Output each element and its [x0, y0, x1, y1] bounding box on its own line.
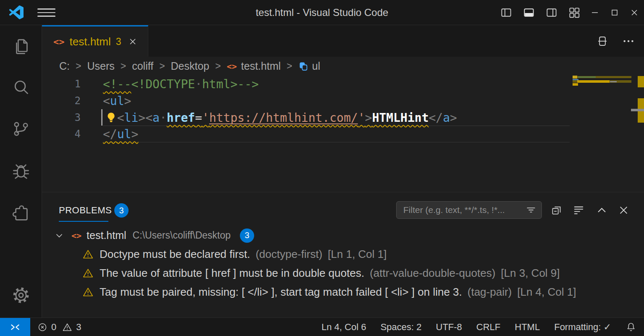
code-token: HTMLHint: [372, 111, 429, 125]
explorer-icon[interactable]: [0, 37, 42, 56]
code-token: ul: [110, 94, 124, 108]
toggle-sidebar-icon[interactable]: [500, 6, 513, 19]
code-line[interactable]: </ul>: [103, 126, 457, 143]
toggle-panel-icon[interactable]: [523, 6, 535, 19]
breadcrumb-item-symbol[interactable]: ul: [298, 60, 320, 72]
filter-icon[interactable]: [526, 205, 536, 215]
tab-label: test.html: [70, 35, 111, 48]
warning-icon: [82, 286, 94, 298]
code-token: <: [117, 111, 124, 125]
warning-icon: [82, 249, 94, 260]
breadcrumb-item[interactable]: C:: [59, 60, 70, 72]
status-eol[interactable]: CRLF: [476, 322, 500, 333]
collapse-all-icon[interactable]: [550, 204, 563, 216]
status-encoding[interactable]: UTF-8: [436, 322, 462, 333]
more-actions-icon[interactable]: [622, 35, 635, 47]
tab-close-icon[interactable]: [128, 37, 137, 46]
maximize-button[interactable]: [605, 0, 624, 25]
code-editor[interactable]: 1234 <!--<!DOCTYPE·html>--><ul> <li><a·h…: [42, 76, 644, 192]
code-token: >: [124, 94, 131, 108]
code-token: ': [358, 111, 365, 125]
problems-file-row[interactable]: <> test.html C:\Users\coliff\Desktop 3: [42, 226, 644, 245]
status-problems[interactable]: 0 3: [37, 322, 81, 333]
code-line[interactable]: <ul>: [103, 93, 457, 110]
tab-problems-badge: 3: [116, 36, 121, 47]
breadcrumb-item[interactable]: Users: [87, 60, 114, 72]
problem-message: The value of attribute [ href ] must be …: [100, 267, 364, 280]
problem-row[interactable]: The value of attribute [ href ] must be …: [42, 264, 644, 283]
code-token: <: [103, 94, 110, 108]
code-token: <!DOCTYPE: [131, 77, 195, 91]
filter-placeholder: Filter (e.g. text, **/*.ts, !*...: [403, 205, 526, 215]
breadcrumb-item-file[interactable]: <> test.html: [227, 60, 281, 72]
code-line[interactable]: <li><a·href='https://htmlhint.com/'>HTML…: [103, 110, 457, 126]
code-token: a: [152, 111, 160, 125]
remote-indicator[interactable]: [0, 318, 30, 336]
minimize-button[interactable]: [585, 0, 605, 25]
code-lines: <!--<!DOCTYPE·html>--><ul> <li><a·href='…: [103, 76, 457, 143]
code-token: html>-->: [202, 77, 259, 91]
problems-panel: PROBLEMS 3 Filter (e.g. text, **/*.ts, !…: [42, 192, 644, 318]
symbol-icon: [298, 61, 308, 71]
extensions-icon[interactable]: [0, 204, 42, 223]
problem-row[interactable]: Doctype must be declared first. (doctype…: [42, 245, 644, 264]
search-icon[interactable]: [0, 78, 42, 97]
breadcrumb-item[interactable]: coliff: [132, 60, 153, 72]
status-line-col[interactable]: Ln 4, Col 6: [321, 322, 366, 333]
maximize-panel-icon[interactable]: [596, 204, 608, 216]
error-icon: [37, 322, 47, 332]
run-debug-icon[interactable]: [0, 162, 42, 181]
breadcrumb-separator: >: [159, 60, 165, 72]
customize-layout-icon[interactable]: [568, 6, 581, 19]
close-window-button[interactable]: [624, 0, 644, 25]
tab-problems[interactable]: PROBLEMS: [59, 205, 112, 216]
problem-row[interactable]: Tag must be paired, missing: [ </li> ], …: [42, 283, 644, 302]
status-language[interactable]: HTML: [515, 322, 540, 333]
tab-test-html[interactable]: <> test.html 3: [42, 25, 148, 57]
code-token: >: [138, 111, 145, 125]
code-token: li: [124, 111, 139, 125]
problem-message: Doctype must be declared first.: [100, 248, 250, 261]
line-number: 4: [42, 126, 81, 143]
code-line[interactable]: <!--<!DOCTYPE·html>-->: [103, 76, 457, 93]
notifications-bell-icon[interactable]: [626, 322, 636, 333]
code-token: a: [443, 111, 450, 125]
problem-position: [Ln 4, Col 1]: [517, 286, 576, 299]
code-token: ': [202, 111, 209, 125]
source-control-icon[interactable]: [0, 119, 42, 139]
settings-gear-icon[interactable]: [0, 286, 42, 305]
view-as-table-icon[interactable]: [573, 204, 585, 216]
split-editor-icon[interactable]: [596, 35, 609, 47]
toggle-secondary-sidebar-icon[interactable]: [545, 6, 558, 19]
breadcrumb-separator: >: [287, 60, 292, 72]
line-number: 1: [42, 76, 81, 93]
editor-group: <> test.html 3 C: > Users > coliff > Des…: [42, 25, 644, 318]
status-indentation[interactable]: Spaces: 2: [381, 322, 422, 333]
problem-position: [Ln 3, Col 9]: [501, 267, 560, 280]
status-formatting[interactable]: Formatting: ✓: [554, 322, 611, 333]
problem-message: Tag must be paired, missing: [ </li> ], …: [100, 286, 462, 299]
status-bar: 0 3 Ln 4, Col 6 Spaces: 2 UTF-8 CRLF HTM…: [0, 318, 644, 336]
lightbulb-icon[interactable]: [105, 111, 118, 124]
chevron-down-icon[interactable]: [54, 230, 65, 241]
problem-source: (doctype-first): [255, 248, 322, 261]
file-path: C:\Users\coliff\Desktop: [133, 230, 231, 241]
gutter: 1234: [42, 76, 81, 143]
file-name: test.html: [87, 229, 126, 242]
problem-source: (attr-value-double-quotes): [370, 267, 495, 280]
code-token: =: [195, 111, 202, 125]
problems-filter-input[interactable]: Filter (e.g. text, **/*.ts, !*...: [396, 201, 542, 219]
html-file-icon: <>: [53, 37, 65, 47]
code-token: ul: [117, 127, 131, 141]
line-number: 3: [42, 110, 81, 126]
breadcrumb-separator: >: [121, 60, 126, 72]
breadcrumb-item[interactable]: Desktop: [171, 60, 210, 72]
code-token: href: [167, 111, 195, 125]
warning-icon: [62, 322, 72, 332]
code-token: ·: [160, 111, 167, 125]
close-panel-icon[interactable]: [618, 204, 630, 216]
minimap[interactable]: [573, 76, 632, 86]
breadcrumbs: C: > Users > coliff > Desktop > <> test.…: [42, 57, 644, 76]
code-token: </: [103, 127, 117, 141]
titlebar: test.html - Visual Studio Code: [0, 0, 644, 25]
